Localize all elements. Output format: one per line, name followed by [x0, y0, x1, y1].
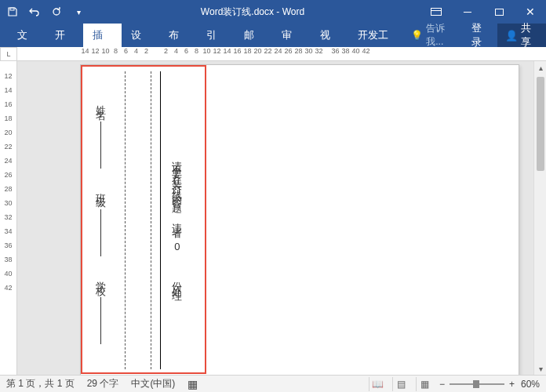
scroll-up-icon[interactable]: ▴	[534, 61, 546, 74]
dashed-binding-line	[125, 71, 151, 369]
tab-home[interactable]: 开始	[46, 24, 83, 47]
page[interactable]: 姓名： 班级： 学校： 请不要在装订线内答题，违者 0 份处理	[80, 64, 519, 375]
zoom-slider[interactable]: − +	[439, 379, 515, 390]
vertical-ruler[interactable]: 12141618202224262830323436384042	[0, 61, 17, 375]
login-button[interactable]: 登录	[464, 21, 497, 49]
language-indicator[interactable]: 中文(中国)	[131, 377, 175, 390]
svg-rect-0	[10, 8, 14, 10]
share-icon: 👤	[505, 30, 518, 42]
zoom-in-icon[interactable]: +	[509, 379, 515, 390]
binding-warning-text: 请不要在装订线内答题，违者 0 份处理	[171, 153, 184, 288]
share-button[interactable]: 👤 共享	[497, 24, 546, 47]
binding-warning-column: 请不要在装订线内答题，违者 0 份处理	[160, 71, 184, 369]
highlight-box: 姓名： 班级： 学校： 请不要在装订线内答题，违者 0 份处理	[81, 65, 206, 374]
tab-mailings[interactable]: 邮件	[235, 24, 272, 47]
tab-layout[interactable]: 布局	[159, 24, 197, 47]
page-indicator[interactable]: 第 1 页，共 1 页	[6, 377, 75, 390]
document-area: 姓名： 班级： 学校： 请不要在装订线内答题，违者 0 份处理	[17, 61, 533, 375]
macro-icon[interactable]: ▦	[187, 378, 198, 390]
tab-view[interactable]: 视图	[311, 24, 348, 47]
scroll-down-icon[interactable]: ▾	[534, 362, 546, 375]
word-count[interactable]: 29 个字	[87, 377, 119, 390]
tab-selector[interactable]: L	[0, 47, 17, 61]
binding-region: 姓名： 班级： 学校： 请不要在装订线内答题，违者 0 份处理	[86, 71, 205, 369]
lightbulb-icon: 💡	[411, 30, 423, 41]
window-title: Word装订线.docx - Word	[85, 5, 420, 19]
web-layout-icon[interactable]: ▦	[416, 377, 433, 391]
save-icon[interactable]	[6, 5, 19, 18]
zoom-level[interactable]: 60%	[521, 379, 540, 390]
print-layout-icon[interactable]: ▤	[392, 377, 410, 391]
scroll-thumb[interactable]	[537, 77, 544, 171]
redo-icon[interactable]	[50, 5, 63, 18]
tab-references[interactable]: 引用	[197, 24, 235, 47]
close-button[interactable]: ✕	[515, 0, 546, 24]
tab-developer[interactable]: 开发工具	[348, 24, 405, 47]
horizontal-ruler[interactable]: 1412108642246810121416182022242628303236…	[17, 47, 546, 61]
binding-info-text: 姓名： 班级： 学校：	[95, 97, 107, 344]
undo-icon[interactable]	[28, 5, 41, 18]
zoom-out-icon[interactable]: −	[439, 379, 445, 390]
tab-design[interactable]: 设计	[122, 24, 159, 47]
vertical-scrollbar[interactable]: ▴ ▾	[533, 61, 546, 375]
qat-customize-icon[interactable]: ▾	[72, 5, 85, 18]
ribbon-display-options-icon[interactable]	[420, 0, 452, 24]
tab-review[interactable]: 审阅	[272, 24, 310, 47]
tab-insert[interactable]: 插入	[83, 24, 121, 47]
tab-file[interactable]: 文件	[8, 24, 46, 47]
binding-info-column: 姓名： 班级： 学校：	[89, 71, 113, 369]
read-mode-icon[interactable]: 📖	[369, 377, 386, 391]
minimize-button[interactable]: ─	[452, 0, 483, 24]
tell-me-search[interactable]: 💡 告诉我...	[405, 22, 464, 49]
maximize-button[interactable]	[483, 0, 515, 24]
